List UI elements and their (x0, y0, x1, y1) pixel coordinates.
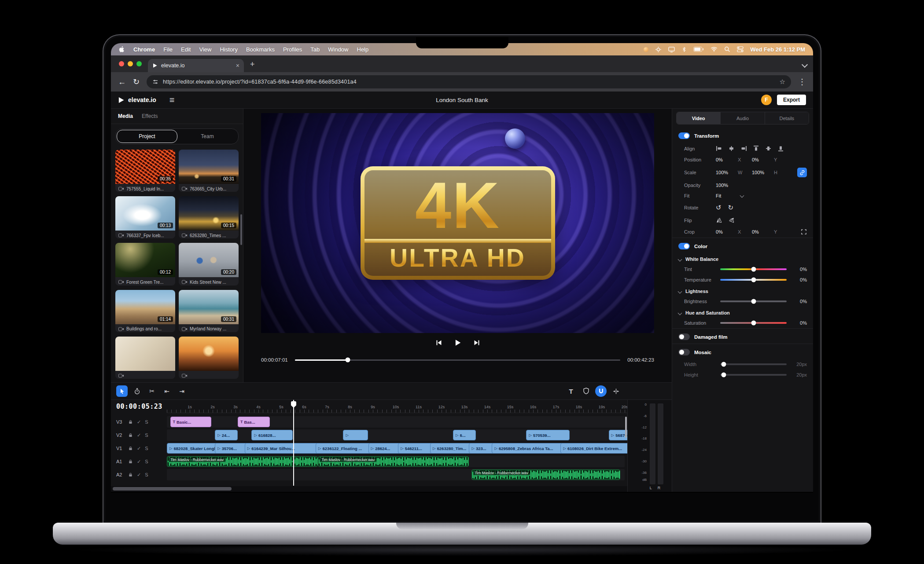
zoom-window-button[interactable] (136, 61, 142, 66)
tab-effects[interactable]: Effects (142, 113, 158, 119)
track-lane-v2[interactable]: ▷24...▷616828...▷▷6...▷570539...▷568706.… (167, 429, 625, 441)
saturation-slider[interactable] (720, 322, 787, 324)
timer-tool-button[interactable] (131, 385, 143, 397)
color-toggle[interactable] (678, 243, 690, 249)
timeline-clip[interactable]: ▷6164239_Mar Silhou... (245, 443, 320, 454)
flip-vertical-icon[interactable] (728, 217, 735, 223)
saturation-slider-knob[interactable] (751, 321, 756, 326)
timeline-clip[interactable]: ▷6236122_Floating ... (316, 443, 373, 454)
timeline-clip[interactable]: ▷28624... (368, 443, 403, 454)
solo-button[interactable]: S (145, 472, 148, 477)
menu-item-view[interactable]: View (199, 46, 211, 53)
segment-project[interactable]: Project (117, 130, 177, 143)
reload-icon[interactable]: ↻ (133, 78, 140, 86)
menu-item-history[interactable]: History (220, 46, 237, 53)
lock-icon[interactable] (128, 432, 133, 438)
timeline-clip[interactable]: ▷616828... (251, 430, 292, 440)
menu-item-tab[interactable]: Tab (310, 46, 320, 53)
link-scale-button[interactable] (797, 168, 807, 177)
enable-check-icon[interactable]: ✓ (137, 472, 141, 477)
hue-saturation-chevron-icon[interactable] (678, 311, 682, 315)
trim-start-icon[interactable]: ⇤ (161, 385, 173, 397)
lock-icon[interactable] (128, 459, 133, 464)
url-text[interactable]: https://editor.elevate.io/project/?id=61… (163, 79, 775, 85)
rotate-right-icon[interactable]: ↻ (728, 204, 734, 212)
rotate-left-icon[interactable]: ↺ (716, 204, 722, 212)
accessibility-icon[interactable] (644, 47, 648, 52)
timeline-clip[interactable]: ▷568706... (609, 430, 627, 440)
video-canvas[interactable]: 4K ULTRA HD (261, 113, 654, 333)
tint-slider-knob[interactable] (751, 267, 756, 272)
media-card[interactable]: 00:13766337_Fpv Iceb... (115, 196, 175, 238)
lock-icon[interactable] (128, 419, 133, 425)
scale-h-value[interactable]: 100% (752, 170, 771, 175)
search-icon[interactable] (724, 46, 730, 52)
timeline-clip[interactable]: ▷682028_Skater Longboard ... (167, 443, 219, 454)
text-tool-button[interactable]: T (565, 385, 577, 397)
shield-tool-button[interactable] (580, 385, 592, 397)
browser-menu-icon[interactable]: ⋮ (798, 78, 806, 86)
position-y-value[interactable]: 0% (752, 157, 771, 162)
timeline-scroll-area[interactable]: 00:00:05:23 1s2s3s4s5s6s7s8s9s10s11s12s1… (111, 400, 627, 492)
align-center-vertical-icon[interactable] (765, 145, 772, 152)
ruler-lane[interactable]: 1s2s3s4s5s6s7s8s9s10s11s12s13s14s15s16s1… (167, 400, 627, 413)
cut-tool-icon[interactable]: ✂ (146, 385, 158, 397)
mosaic-height-knob[interactable] (721, 373, 726, 377)
solo-button[interactable]: S (145, 433, 148, 438)
lightness-header[interactable]: Lightness (672, 285, 813, 296)
align-right-icon[interactable] (740, 145, 747, 152)
white-balance-chevron-icon[interactable] (678, 257, 682, 261)
timeline-clip[interactable]: ▷6263280_Tim... (430, 443, 473, 454)
timeline-vertical-scrollbar[interactable] (625, 417, 627, 438)
media-card[interactable]: 00:31763665_City Urb... (179, 150, 239, 192)
user-avatar[interactable]: F (761, 95, 772, 105)
menu-item-profiles[interactable]: Profiles (283, 46, 302, 53)
mosaic-height-slider[interactable] (720, 374, 787, 376)
crop-expand-icon[interactable] (801, 229, 807, 235)
track-lane-a1[interactable]: Tim Maslov - Rubbernecker.wavTim Maslov … (167, 456, 625, 467)
align-center-horizontal-icon[interactable] (728, 145, 735, 152)
align-top-icon[interactable] (753, 145, 759, 152)
fit-dropdown[interactable]: Fit (716, 193, 735, 198)
hue-saturation-header[interactable]: Hue and Saturation (672, 307, 813, 318)
timeline-clip[interactable]: TBasic... (170, 417, 211, 427)
crop-y-value[interactable]: 0% (752, 229, 771, 234)
align-bottom-icon[interactable] (777, 145, 784, 152)
scrollbar-thumb[interactable] (113, 487, 232, 491)
position-x-value[interactable]: 0% (716, 157, 735, 162)
tab-video[interactable]: Video (677, 112, 721, 124)
timeline-clip[interactable]: ▷6... (453, 430, 476, 440)
media-card[interactable]: 01:14Buildings and ro... (115, 290, 175, 332)
minimize-window-button[interactable] (128, 61, 133, 66)
lightness-chevron-icon[interactable] (678, 289, 682, 293)
timeline-clip[interactable]: TBas... (238, 417, 269, 427)
close-window-button[interactable] (119, 61, 124, 66)
tab-media[interactable]: Media (118, 113, 133, 119)
crop-x-value[interactable]: 0% (716, 229, 735, 234)
display-icon[interactable] (668, 46, 675, 53)
previous-frame-button[interactable] (436, 340, 442, 346)
tab-search-chevron-icon[interactable] (802, 62, 808, 68)
menu-item-edit[interactable]: Edit (181, 46, 191, 53)
timeline-clip[interactable]: Tim Maslov - Rubbernecker.wav (471, 469, 620, 480)
enable-check-icon[interactable]: ✓ (137, 420, 141, 425)
mosaic-width-knob[interactable] (721, 362, 726, 367)
menu-item-chrome[interactable]: Chrome (133, 46, 155, 53)
timeline-clip[interactable]: ▷570539... (526, 430, 569, 440)
snap-magnet-button[interactable] (595, 385, 607, 397)
lock-icon[interactable] (128, 472, 133, 477)
media-card[interactable] (115, 337, 175, 379)
damaged-film-toggle[interactable] (678, 333, 690, 340)
browser-tab[interactable]: elevate.io × (148, 59, 244, 72)
timeline-clip[interactable]: ▷6295808_Zebras Africa Ta... (492, 443, 565, 454)
media-card[interactable]: 00:12Forest Green Tre... (115, 243, 175, 285)
brightness-slider-knob[interactable] (751, 299, 756, 304)
menu-item-file[interactable]: File (163, 46, 173, 53)
play-button[interactable] (454, 339, 461, 346)
media-card[interactable] (179, 337, 239, 379)
temperature-slider[interactable] (720, 279, 787, 281)
timeline-clip[interactable]: ▷24... (215, 430, 238, 440)
menu-item-window[interactable]: Window (328, 46, 348, 53)
timeline-clip[interactable]: ▷ (343, 430, 368, 440)
tab-audio[interactable]: Audio (721, 112, 765, 124)
